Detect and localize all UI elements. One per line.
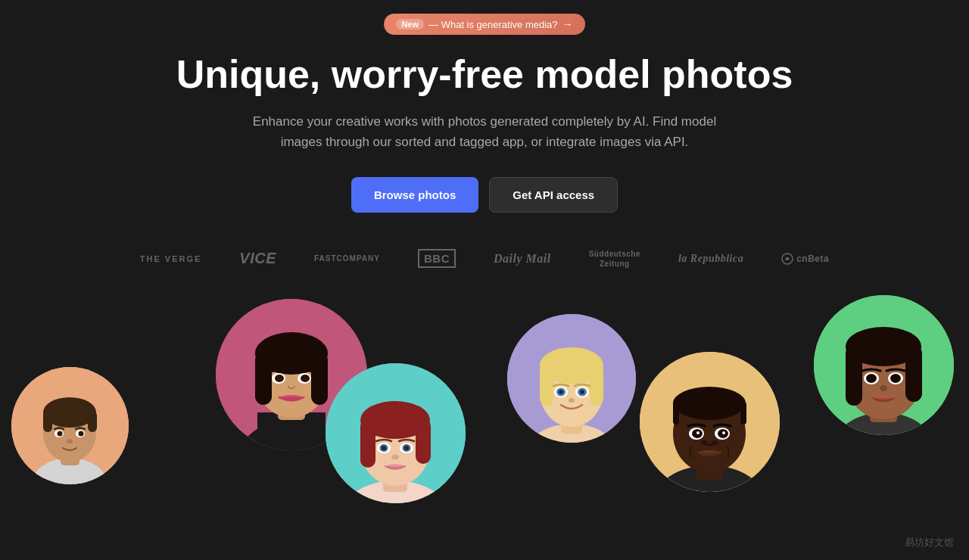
svg-point-67: [712, 440, 718, 445]
svg-point-37: [404, 446, 409, 450]
svg-point-11: [79, 431, 84, 436]
svg-rect-44: [540, 364, 553, 406]
svg-rect-58: [673, 402, 679, 425]
svg-point-52: [569, 398, 575, 403]
model-face-5: [640, 352, 780, 492]
svg-rect-20: [311, 352, 328, 405]
top-banner: New — What is generative media? →: [0, 0, 969, 45]
photo-circle-6: [814, 295, 954, 435]
hero-title: Unique, worry-free model photos: [15, 53, 954, 96]
press-logo-vice: VICE: [239, 250, 276, 267]
banner-pill[interactable]: New — What is generative media? →: [384, 14, 584, 35]
api-access-button[interactable]: Get API access: [489, 177, 618, 213]
press-logos: THE VERGE VICE FASTCOMPANY BBC Daily Mai…: [0, 243, 969, 284]
svg-point-78: [890, 374, 901, 383]
svg-rect-6: [43, 411, 52, 432]
banner-arrow: →: [562, 18, 573, 30]
svg-point-36: [382, 446, 386, 450]
photos-area: [0, 291, 969, 534]
hero-section: Unique, worry-free model photos Enhance …: [0, 45, 969, 213]
model-face-3: [326, 363, 466, 503]
svg-rect-73: [846, 345, 862, 406]
browse-photos-button[interactable]: Browse photos: [351, 177, 478, 213]
svg-point-77: [866, 374, 877, 383]
press-logo-bbc: BBC: [418, 249, 456, 268]
svg-rect-74: [905, 345, 922, 402]
svg-rect-59: [740, 402, 746, 425]
photo-circle-1: [11, 367, 129, 484]
svg-point-38: [391, 454, 399, 459]
hero-description: Enhance your creative works with photos …: [250, 111, 719, 152]
svg-rect-30: [360, 418, 375, 468]
press-logo-repubblica: la Repubblica: [678, 253, 743, 265]
press-logo-sueddeutsche: SüddeutscheZeitung: [589, 249, 640, 269]
svg-point-51: [580, 390, 584, 394]
svg-point-10: [58, 431, 63, 436]
svg-point-64: [696, 431, 699, 434]
svg-point-66: [701, 440, 707, 445]
svg-rect-45: [590, 364, 603, 406]
banner-text: — What is generative media?: [428, 19, 558, 30]
press-logo-fastcompany: FASTCOMPANY: [314, 254, 380, 263]
model-face-4: [507, 314, 636, 443]
press-logo-verge: THE VERGE: [140, 254, 202, 263]
model-face-6: [814, 295, 954, 435]
svg-point-79: [880, 385, 887, 391]
press-logo-dailymail: Daily Mail: [494, 252, 551, 266]
svg-rect-7: [88, 411, 97, 432]
photo-circle-3: [326, 363, 466, 503]
press-logo-cnbeta: cnBeta: [781, 253, 829, 265]
photo-circle-4: [507, 314, 636, 443]
svg-point-24: [301, 375, 310, 382]
cnbeta-icon: [781, 253, 793, 265]
svg-point-12: [67, 439, 73, 443]
photo-circle-5: [640, 352, 780, 492]
svg-point-23: [275, 375, 284, 382]
watermark: 易坊好文馆: [905, 536, 954, 549]
model-face-1: [11, 367, 129, 484]
svg-rect-31: [416, 418, 431, 464]
svg-point-65: [722, 431, 725, 434]
svg-point-50: [559, 390, 563, 394]
cta-buttons: Browse photos Get API access: [15, 177, 954, 213]
svg-rect-19: [255, 352, 272, 405]
svg-point-57: [673, 387, 746, 420]
banner-new-label: New: [396, 19, 424, 30]
